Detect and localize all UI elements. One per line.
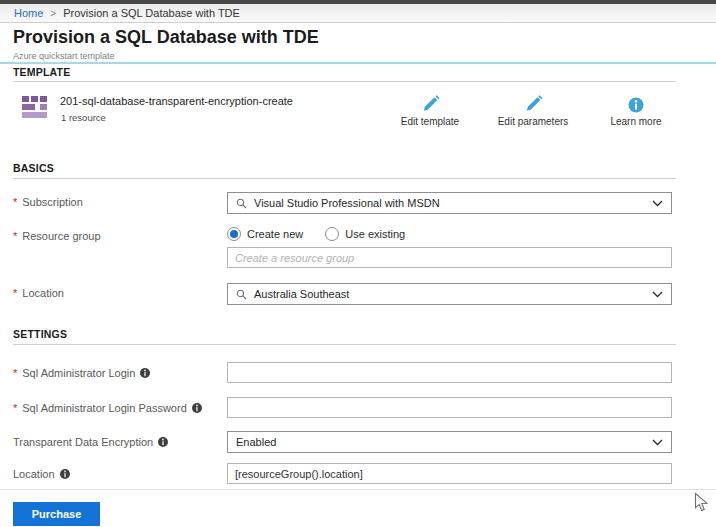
subscription-label: *Subscription xyxy=(13,196,83,208)
location-label: *Location xyxy=(13,287,64,299)
search-icon xyxy=(236,289,247,300)
info-icon[interactable] xyxy=(158,437,168,449)
sql-admin-password-input[interactable] xyxy=(227,397,672,418)
mouse-cursor xyxy=(694,492,710,517)
info-icon[interactable] xyxy=(192,403,202,415)
pencil-icon xyxy=(485,94,581,113)
radio-option-create-new[interactable]: Create new xyxy=(227,227,303,241)
learn-more-button[interactable]: Learn more xyxy=(588,94,684,127)
info-icon[interactable] xyxy=(140,368,150,380)
subscription-value: Visual Studio Professional with MSDN xyxy=(254,197,652,209)
edit-template-button[interactable]: Edit template xyxy=(382,94,478,127)
sql-admin-password-label: *Sql Administrator Login Password xyxy=(13,402,202,415)
settings-location-label: Location xyxy=(13,468,70,481)
required-asterisk: * xyxy=(13,196,17,208)
azure-template-deploy-page: Home > Provision a SQL Database with TDE… xyxy=(0,0,716,527)
sql-admin-login-label: *Sql Administrator Login xyxy=(13,367,150,380)
template-section-rule xyxy=(13,81,676,82)
resource-group-label: *Resource group xyxy=(13,230,101,242)
learn-more-label: Learn more xyxy=(588,116,684,127)
required-asterisk: * xyxy=(13,287,17,299)
basics-section-heading: BASICS xyxy=(13,162,54,174)
page-title: Provision a SQL Database with TDE xyxy=(13,27,319,48)
radio-label: Use existing xyxy=(345,228,405,240)
required-asterisk: * xyxy=(13,230,17,242)
edit-template-label: Edit template xyxy=(382,116,478,127)
tde-value: Enabled xyxy=(236,436,652,448)
resource-group-name-input[interactable] xyxy=(227,247,672,268)
radio-unselected[interactable] xyxy=(325,227,339,241)
radio-selected[interactable] xyxy=(227,227,241,241)
page-subtitle: Azure quickstart template xyxy=(13,51,115,61)
breadcrumb-current: Provision a SQL Database with TDE xyxy=(63,7,240,19)
settings-location-input[interactable] xyxy=(227,463,672,484)
chevron-down-icon xyxy=(652,436,663,448)
chevron-down-icon xyxy=(652,288,663,300)
basics-section-rule xyxy=(13,178,676,179)
info-icon xyxy=(588,94,684,113)
template-resource-count: 1 resource xyxy=(61,112,106,123)
footer-divider xyxy=(0,489,716,490)
location-value: Australia Southeast xyxy=(254,288,652,300)
pencil-icon xyxy=(382,94,478,113)
sql-admin-login-input[interactable] xyxy=(227,362,672,383)
template-icon xyxy=(22,96,49,124)
edit-parameters-button[interactable]: Edit parameters xyxy=(485,94,581,127)
settings-section-rule xyxy=(13,344,676,345)
breadcrumb-home-link[interactable]: Home xyxy=(14,7,43,19)
required-asterisk: * xyxy=(13,367,17,379)
location-dropdown[interactable]: Australia Southeast xyxy=(227,283,672,305)
subscription-dropdown[interactable]: Visual Studio Professional with MSDN xyxy=(227,192,672,214)
search-icon xyxy=(236,198,247,209)
teal-divider xyxy=(0,62,716,64)
tde-label: Transparent Data Encryption xyxy=(13,436,168,449)
radio-label: Create new xyxy=(247,228,303,240)
chevron-down-icon xyxy=(652,197,663,209)
resource-group-radio-group: Create new Use existing xyxy=(227,227,427,241)
template-name: 201-sql-database-transparent-encryption-… xyxy=(60,95,293,107)
info-icon[interactable] xyxy=(60,469,70,481)
template-section-heading: TEMPLATE xyxy=(13,66,70,78)
radio-option-use-existing[interactable]: Use existing xyxy=(325,227,405,241)
settings-section-heading: SETTINGS xyxy=(13,328,67,340)
breadcrumb-separator: > xyxy=(50,8,56,19)
purchase-button[interactable]: Purchase xyxy=(13,502,100,526)
required-asterisk: * xyxy=(13,402,17,414)
breadcrumb: Home > Provision a SQL Database with TDE xyxy=(0,4,716,23)
tde-dropdown[interactable]: Enabled xyxy=(227,431,672,453)
edit-parameters-label: Edit parameters xyxy=(485,116,581,127)
